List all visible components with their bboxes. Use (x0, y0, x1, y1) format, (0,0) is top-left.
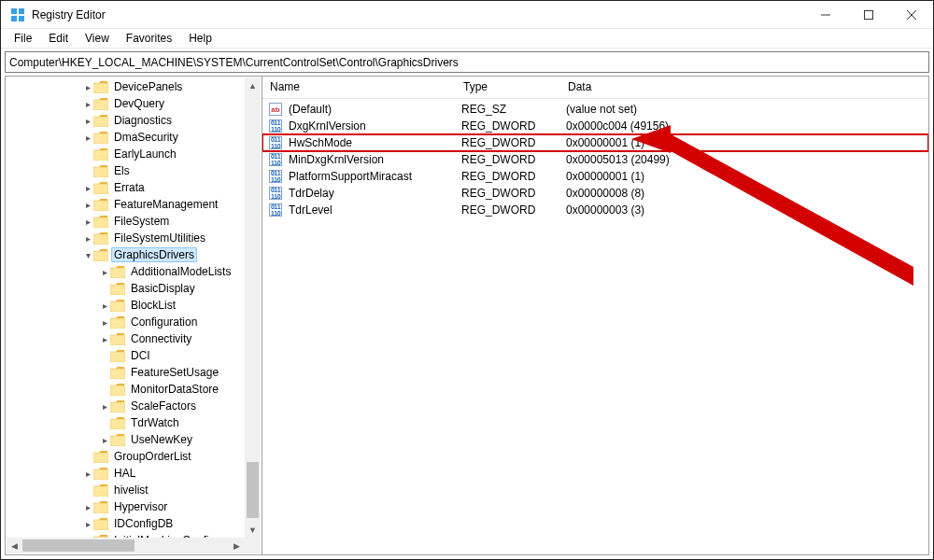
scroll-thumb[interactable] (247, 462, 259, 518)
tree-item[interactable]: FeatureSetUsage (9, 364, 262, 381)
tree-item[interactable]: ▸Diagnostics (9, 112, 262, 129)
tree-item[interactable]: ▾GraphicsDrivers (9, 246, 262, 263)
scroll-right-icon[interactable]: ▶ (229, 538, 245, 553)
tree-item[interactable]: ▸ScaleFactors (9, 398, 262, 414)
svg-rect-17 (93, 234, 108, 245)
menu-edit[interactable]: Edit (41, 30, 76, 47)
tree-item[interactable]: EarlyLaunch (9, 146, 262, 162)
expand-icon[interactable]: ▸ (99, 317, 110, 328)
expand-icon[interactable]: ▸ (82, 116, 93, 126)
tree-item[interactable]: ▸HAL (9, 465, 262, 482)
value-row[interactable]: 011110MinDxgKrnlVersionREG_DWORD0x000050… (262, 151, 928, 168)
expand-icon[interactable]: ▸ (82, 469, 93, 479)
tree-horizontal-scrollbar[interactable]: ◀ ▶ (7, 538, 245, 553)
tree-scroll-area[interactable]: ▸DevicePanels▸DevQuery▸Diagnostics▸DmaSe… (6, 77, 262, 554)
expand-icon[interactable]: ▸ (82, 519, 93, 529)
tree-item[interactable]: ▸FileSystem (9, 213, 262, 230)
scroll-thumb-h[interactable] (22, 539, 134, 552)
tree-item[interactable]: ▸AdditionalModeLists (9, 263, 262, 280)
folder-icon (93, 97, 108, 110)
tree-item[interactable]: ▸DevQuery (9, 95, 262, 112)
svg-rect-28 (110, 419, 125, 429)
scroll-left-icon[interactable]: ◀ (7, 538, 22, 553)
tree-item[interactable]: ▸FileSystemUtilities (9, 230, 262, 246)
svg-rect-16 (93, 217, 108, 228)
expand-icon[interactable]: ▸ (82, 183, 93, 193)
folder-icon (110, 433, 125, 446)
scroll-track[interactable] (245, 93, 261, 522)
tree-item[interactable]: DCI (9, 347, 262, 364)
expand-icon[interactable]: ▸ (99, 267, 110, 277)
folder-icon (110, 315, 125, 329)
menu-favorites[interactable]: Favorites (119, 30, 179, 47)
tree-item[interactable]: ▸DmaSecurity (9, 129, 262, 146)
scroll-up-icon[interactable]: ▲ (245, 77, 261, 93)
folder-icon (93, 114, 108, 127)
expand-icon[interactable]: ▸ (82, 99, 93, 109)
expand-icon[interactable]: ▸ (99, 334, 110, 344)
tree-item[interactable]: GroupOrderList (9, 448, 262, 465)
menu-file[interactable]: File (7, 30, 39, 47)
list-pane: Name Type Data ab(Default)REG_SZ(value n… (262, 76, 929, 555)
tree-vertical-scrollbar[interactable]: ▲ ▼ (245, 77, 261, 538)
tree-item[interactable]: BasicDisplay (9, 280, 262, 297)
scroll-track-h[interactable] (22, 538, 229, 553)
value-row[interactable]: 011110HwSchModeREG_DWORD0x00000001 (1) (262, 134, 928, 151)
value-row[interactable]: ab(Default)REG_SZ(value not set) (262, 101, 928, 118)
svg-rect-20 (110, 285, 125, 295)
expand-icon[interactable]: ▸ (99, 401, 110, 412)
close-button[interactable] (890, 1, 933, 29)
menu-view[interactable]: View (78, 30, 117, 47)
expand-icon[interactable]: ▸ (82, 233, 93, 244)
column-header-name[interactable]: Name (262, 77, 456, 98)
svg-rect-29 (110, 436, 125, 446)
expand-icon[interactable]: ▸ (82, 502, 93, 512)
tree-item[interactable]: Els (9, 162, 262, 179)
maximize-button[interactable] (847, 1, 890, 29)
menu-help[interactable]: Help (181, 30, 219, 47)
tree-item[interactable]: ▸FeatureManagement (9, 196, 262, 213)
address-bar[interactable]: Computer\HKEY_LOCAL_MACHINE\SYSTEM\Curre… (5, 51, 929, 73)
folder-icon (110, 399, 125, 413)
tree-item[interactable]: TdrWatch (9, 414, 262, 431)
tree-item[interactable]: hivelist (9, 482, 262, 498)
tree-item[interactable]: ▸Configuration (9, 314, 262, 330)
tree-item[interactable]: ▸UseNewKey (9, 431, 262, 448)
tree-item[interactable]: MonitorDataStore (9, 381, 262, 398)
svg-rect-10 (93, 117, 108, 127)
titlebar[interactable]: Registry Editor (1, 1, 933, 29)
folder-icon (110, 349, 125, 362)
value-name: TdrLevel (289, 203, 461, 217)
tree-item[interactable]: ▸BlockList (9, 297, 262, 314)
dword-value-icon: 011110 (269, 153, 282, 166)
svg-rect-12 (93, 150, 108, 161)
expand-icon[interactable]: ▸ (82, 133, 93, 143)
tree-item[interactable]: ▸Hypervisor (9, 498, 262, 515)
value-row[interactable]: 011110TdrDelayREG_DWORD0x00000008 (8) (262, 185, 928, 202)
tree-item[interactable]: ▸DevicePanels (9, 78, 262, 95)
scroll-down-icon[interactable]: ▼ (245, 522, 261, 538)
tree-item-label: Errata (111, 181, 148, 194)
expand-icon[interactable]: ▸ (82, 217, 93, 227)
expand-icon[interactable]: ▸ (99, 435, 110, 445)
tree-item[interactable]: ▸Errata (9, 179, 262, 196)
svg-rect-3 (19, 16, 24, 21)
folder-icon (93, 164, 108, 177)
tree-item-label: FeatureManagement (111, 198, 220, 211)
column-header-data[interactable]: Data (560, 77, 928, 98)
value-row[interactable]: 011110TdrLevelREG_DWORD0x00000003 (3) (262, 202, 928, 218)
value-row[interactable]: 011110PlatformSupportMiracastREG_DWORD0x… (262, 168, 928, 185)
string-value-icon: ab (269, 103, 282, 116)
expand-icon[interactable]: ▸ (99, 301, 110, 311)
tree-item[interactable]: ▸IDConfigDB (9, 515, 262, 532)
column-header-type[interactable]: Type (456, 77, 560, 98)
expand-icon[interactable]: ▸ (82, 200, 93, 210)
minimize-button[interactable] (804, 1, 847, 29)
value-row[interactable]: 011110DxgKrnlVersionREG_DWORD0x0000c004 … (262, 118, 928, 134)
value-name: DxgKrnlVersion (289, 119, 461, 133)
tree-item[interactable]: ▸Connectivity (9, 330, 262, 347)
expand-icon[interactable]: ▸ (82, 82, 93, 92)
tree-item-label: Hypervisor (111, 500, 170, 513)
svg-rect-1 (19, 8, 24, 14)
expand-icon[interactable]: ▾ (82, 250, 93, 260)
